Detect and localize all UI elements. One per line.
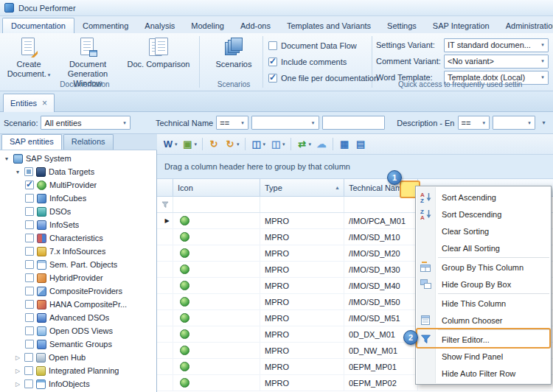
tree-checkbox[interactable] bbox=[25, 300, 34, 309]
tree-item-advanced-dsos[interactable]: Advanced DSOs bbox=[0, 311, 156, 324]
technical-name-filter-input[interactable]: ▾ bbox=[251, 116, 319, 130]
refresh-button[interactable]: ↻ bbox=[206, 137, 221, 152]
tree-item-7-x-infosources[interactable]: 7.x InfoSources bbox=[0, 245, 156, 258]
column-header-icon[interactable]: Icon bbox=[173, 179, 260, 197]
tree-checkbox[interactable] bbox=[24, 366, 33, 375]
tree-checkbox[interactable] bbox=[24, 379, 33, 388]
ribbon-tab-analysis[interactable]: Analysis bbox=[136, 18, 183, 33]
tree-item-characteristics[interactable]: Characteristics bbox=[0, 231, 156, 245]
export-to-image-button[interactable]: ▣▾ bbox=[181, 137, 199, 152]
grid-settings-button[interactable]: ▤ bbox=[353, 137, 368, 152]
update-from-sap-button[interactable]: ⇄▾ bbox=[295, 137, 313, 152]
auto-filter-cell[interactable] bbox=[173, 197, 260, 212]
tree-checkbox[interactable] bbox=[25, 287, 34, 295]
expand-icon[interactable]: ▷ bbox=[14, 354, 21, 361]
tree-checkbox[interactable] bbox=[25, 194, 34, 203]
open-preview-window-button[interactable]: ◫▾ bbox=[268, 137, 287, 152]
tree-item-infoobjects[interactable]: ▷InfoObjects bbox=[0, 377, 156, 391]
collapse-icon[interactable]: ▾ bbox=[3, 155, 10, 162]
auto-filter-cell[interactable] bbox=[260, 197, 344, 212]
tree-checkbox[interactable] bbox=[24, 167, 33, 176]
tab-sap-entities[interactable]: SAP entities bbox=[1, 134, 62, 150]
multiprovider-icon bbox=[180, 378, 189, 388]
cloud-sync-button[interactable]: ☁ bbox=[314, 137, 329, 152]
checkbox-box-icon[interactable] bbox=[268, 74, 277, 83]
menu-item-group-by-this-column[interactable]: Group By This Column bbox=[416, 259, 551, 276]
tree-checkbox[interactable] bbox=[25, 247, 34, 256]
ribbon-tab-modeling[interactable]: Modeling bbox=[183, 18, 232, 33]
close-icon[interactable]: × bbox=[42, 99, 47, 108]
checkbox-box-icon[interactable] bbox=[268, 57, 277, 66]
doc-comparison-button[interactable]: Doc. Comparison bbox=[122, 37, 195, 69]
menu-item-sort-descending[interactable]: ZASort Descending bbox=[416, 206, 551, 223]
group-by-bar[interactable]: Drag a column header here to group by th… bbox=[157, 155, 553, 179]
tree-checkbox[interactable] bbox=[25, 260, 34, 269]
tree-checkbox[interactable] bbox=[25, 207, 34, 216]
ribbon-tab-add-ons[interactable]: Add-ons bbox=[232, 18, 279, 33]
tree-item-dsos[interactable]: DSOs bbox=[0, 205, 156, 218]
filter-bar-more-button[interactable]: ▾ bbox=[538, 116, 549, 130]
auto-filter-cell[interactable] bbox=[344, 197, 418, 212]
tab-entities[interactable]: Entities × bbox=[3, 94, 55, 112]
description-filter-input[interactable]: ▾ bbox=[493, 116, 535, 130]
cloud-sync-icon: ☁ bbox=[316, 139, 327, 150]
tree-item-infosets[interactable]: InfoSets bbox=[0, 218, 156, 231]
ribbon-tab-documentation[interactable]: Documentation bbox=[2, 18, 74, 33]
tree-checkbox[interactable] bbox=[25, 234, 34, 242]
export-to-word-button[interactable]: W▾ bbox=[161, 137, 179, 152]
description-operator-select[interactable]: ==▾ bbox=[458, 116, 490, 130]
menu-item-clear-all-sorting[interactable]: Clear All Sorting bbox=[416, 239, 551, 256]
checkbox-include-comments[interactable]: Include comments bbox=[268, 56, 378, 68]
tree-item-sap-system[interactable]: ▾SAP System bbox=[0, 152, 156, 165]
ribbon-tab-sap-integration[interactable]: SAP Integration bbox=[425, 18, 498, 33]
tree-checkbox[interactable] bbox=[24, 353, 33, 362]
menu-item-hide-group-by-box[interactable]: Hide Group By Box bbox=[416, 276, 551, 293]
expand-icon[interactable]: ▷ bbox=[14, 381, 21, 388]
checkbox-document-data-flow[interactable]: Document Data Flow bbox=[268, 40, 378, 52]
ribbon-tab-administration[interactable]: Administration bbox=[498, 18, 553, 33]
column-header-type[interactable]: Type▲ bbox=[260, 179, 344, 197]
menu-item-filter-editor[interactable]: Filter Editor... bbox=[416, 331, 551, 348]
tree-item-semantic-groups[interactable]: Semantic Groups bbox=[0, 337, 156, 351]
menu-item-show-find-panel[interactable]: Show Find Panel bbox=[416, 348, 551, 365]
collapse-icon[interactable]: ▾ bbox=[14, 169, 21, 175]
tree-item-integrated-planning[interactable]: ▷Integrated Planning bbox=[0, 364, 156, 377]
open-generation-window-button[interactable]: ◫▾ bbox=[249, 137, 268, 152]
menu-item-hide-auto-filter-row[interactable]: Hide Auto Filter Row bbox=[416, 365, 551, 382]
tree-checkbox[interactable] bbox=[25, 273, 34, 282]
menu-item-clear-sorting[interactable]: Clear Sorting bbox=[416, 223, 551, 239]
expand-icon[interactable]: ▷ bbox=[14, 368, 21, 374]
tree-item-hybridprovider[interactable]: HybridProvider bbox=[0, 271, 156, 284]
scenario-select[interactable]: All entities▾ bbox=[41, 116, 130, 130]
export-grid-button[interactable]: ▦ bbox=[337, 137, 352, 152]
tree-checkbox[interactable] bbox=[25, 181, 34, 189]
checkbox-one-file-per-documentation[interactable]: One file per documentation bbox=[268, 72, 378, 84]
settings-variant-combo[interactable]: IT standard documen...▾ bbox=[444, 38, 549, 52]
ribbon-tab-templates-and-variants[interactable]: Templates and Variants bbox=[279, 18, 379, 33]
tree-item-hana-compositepr[interactable]: HANA CompositePr... bbox=[0, 298, 156, 311]
tree-item-open-ods-views[interactable]: Open ODS Views bbox=[0, 324, 156, 337]
menu-item-hide-this-column[interactable]: Hide This Column bbox=[416, 295, 551, 312]
tree-item-compositeproviders[interactable]: CompositeProviders bbox=[0, 284, 156, 298]
tree-checkbox[interactable] bbox=[25, 313, 34, 322]
menu-item-sort-ascending[interactable]: AZSort Ascending bbox=[416, 189, 551, 206]
tree-item-multiprovider[interactable]: MultiProvider bbox=[0, 178, 156, 192]
tree-item-infocubes[interactable]: InfoCubes bbox=[0, 192, 156, 205]
refresh-all-button[interactable]: ↻▾ bbox=[223, 137, 241, 152]
tree-item-sem-part-objects[interactable]: Sem. Part. Objects bbox=[0, 258, 156, 271]
ribbon-tab-commenting[interactable]: Commenting bbox=[74, 18, 136, 33]
scenarios-button[interactable]: Scenarios bbox=[212, 37, 255, 69]
comment-variant-combo[interactable]: <No variant>▾ bbox=[444, 55, 549, 69]
checkbox-box-icon[interactable] bbox=[268, 41, 277, 50]
create-document-button[interactable]: Create Document.▾ bbox=[4, 37, 53, 79]
tree-checkbox[interactable] bbox=[25, 340, 34, 349]
tree-item-open-hub[interactable]: ▷Open Hub bbox=[0, 351, 156, 364]
tree-checkbox[interactable] bbox=[25, 326, 34, 335]
tree-item-data-targets[interactable]: ▾Data Targets bbox=[0, 165, 156, 178]
menu-item-column-chooser[interactable]: Column Chooser bbox=[416, 312, 551, 329]
ribbon-tab-settings[interactable]: Settings bbox=[379, 18, 425, 33]
tree-checkbox[interactable] bbox=[25, 220, 34, 229]
tab-relations[interactable]: Relations bbox=[63, 134, 114, 150]
technical-name-filter-input-2[interactable] bbox=[322, 116, 386, 130]
technical-name-operator-select[interactable]: ==▾ bbox=[216, 116, 248, 130]
